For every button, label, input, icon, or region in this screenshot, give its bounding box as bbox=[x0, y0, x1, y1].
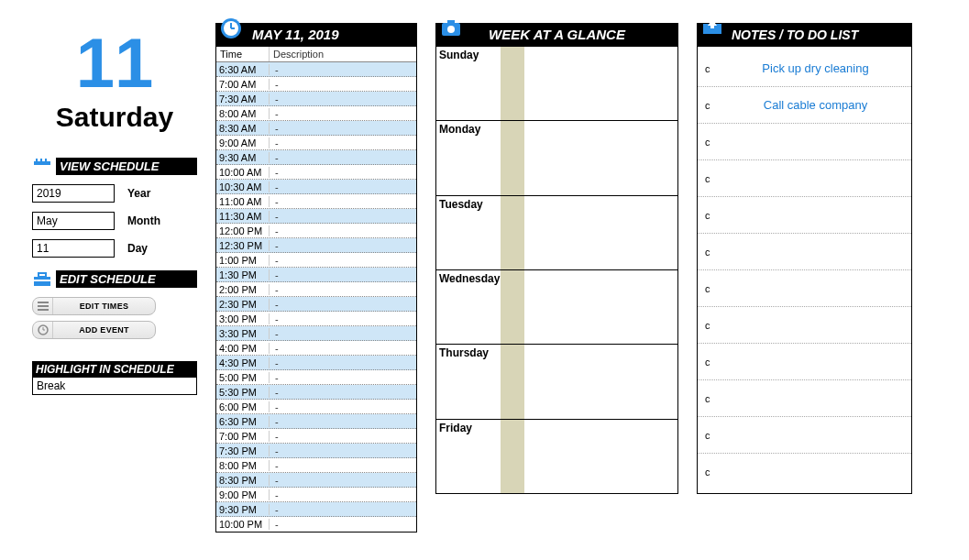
week-day-stripe bbox=[501, 420, 524, 493]
add-event-button[interactable]: ADD EVENT bbox=[32, 321, 156, 339]
schedule-row[interactable]: 5:00 PM- bbox=[216, 370, 416, 385]
week-day-cell[interactable]: Sunday bbox=[436, 47, 677, 120]
note-row[interactable]: c bbox=[698, 307, 911, 344]
schedule-row[interactable]: 7:30 PM- bbox=[216, 444, 416, 458]
schedule-row[interactable]: 9:30 PM- bbox=[216, 502, 416, 517]
svg-rect-10 bbox=[38, 309, 49, 311]
week-day-stripe bbox=[501, 270, 524, 344]
svg-rect-2 bbox=[36, 159, 38, 162]
schedule-row[interactable]: 12:30 PM- bbox=[216, 238, 416, 253]
schedule-row[interactable]: 8:30 PM- bbox=[216, 473, 416, 488]
week-header: WEEK AT A GLANCE bbox=[435, 23, 678, 47]
schedule-row[interactable]: 10:30 AM- bbox=[216, 180, 416, 194]
calendar-icon bbox=[32, 157, 52, 175]
note-row[interactable]: c bbox=[698, 380, 911, 417]
schedule-row[interactable]: 8:00 AM- bbox=[216, 106, 416, 121]
schedule-row[interactable]: 9:00 PM- bbox=[216, 488, 416, 502]
schedule-row[interactable]: 12:00 PM- bbox=[216, 224, 416, 238]
schedule-row[interactable]: 10:00 AM- bbox=[216, 165, 416, 180]
year-input[interactable] bbox=[32, 184, 115, 203]
schedule-desc: - bbox=[270, 519, 416, 530]
note-bullet: c bbox=[705, 357, 727, 368]
note-bullet: c bbox=[705, 430, 727, 441]
week-day-label: Wednesday bbox=[439, 272, 500, 285]
highlight-input[interactable] bbox=[32, 378, 197, 395]
week-day-cell[interactable]: Wednesday bbox=[436, 269, 677, 344]
note-row[interactable]: c bbox=[698, 344, 911, 380]
schedule-time: 9:30 PM bbox=[216, 504, 270, 515]
note-bullet: c bbox=[705, 467, 727, 478]
list-icon bbox=[33, 298, 53, 314]
schedule-desc: - bbox=[270, 328, 416, 339]
schedule-row[interactable]: 2:00 PM- bbox=[216, 282, 416, 297]
schedule-desc: - bbox=[270, 445, 416, 456]
week-day-cell[interactable]: Monday bbox=[436, 120, 677, 194]
schedule-row[interactable]: 6:00 PM- bbox=[216, 400, 416, 414]
inbox-badge-icon bbox=[700, 16, 724, 40]
schedule-row[interactable]: 11:30 AM- bbox=[216, 209, 416, 224]
edit-times-button[interactable]: EDIT TIMES bbox=[32, 297, 156, 315]
schedule-desc: - bbox=[270, 255, 416, 266]
schedule-desc: - bbox=[270, 240, 416, 251]
schedule-row[interactable]: 1:30 PM- bbox=[216, 268, 416, 282]
schedule-time: 2:30 PM bbox=[216, 299, 270, 310]
schedule-row[interactable]: 9:00 AM- bbox=[216, 136, 416, 150]
schedule-desc: - bbox=[270, 152, 416, 163]
svg-rect-9 bbox=[38, 305, 49, 307]
schedule-row[interactable]: 2:30 PM- bbox=[216, 297, 416, 312]
camera-badge-icon bbox=[439, 16, 463, 40]
schedule-time: 10:30 AM bbox=[216, 181, 270, 192]
svg-rect-3 bbox=[40, 159, 42, 162]
schedule-desc: - bbox=[270, 196, 416, 207]
note-row[interactable]: c bbox=[698, 417, 911, 454]
schedule-row[interactable]: 11:00 AM- bbox=[216, 194, 416, 209]
schedule-desc: - bbox=[270, 504, 416, 515]
note-row[interactable]: cPick up dry cleaning bbox=[698, 50, 911, 87]
schedule-row[interactable]: 6:30 AM- bbox=[216, 62, 416, 77]
note-text: Call cable company bbox=[727, 98, 904, 112]
schedule-time: 6:30 AM bbox=[216, 64, 270, 75]
note-row[interactable]: cCall cable company bbox=[698, 87, 911, 124]
note-row[interactable]: c bbox=[698, 270, 911, 307]
notes-header: NOTES / TO DO LIST bbox=[697, 23, 912, 47]
note-row[interactable]: c bbox=[698, 197, 911, 234]
schedule-time: 7:00 PM bbox=[216, 431, 270, 442]
date-number: 11 bbox=[32, 28, 197, 98]
week-day-cell[interactable]: Tuesday bbox=[436, 195, 677, 269]
week-day-cell[interactable]: Thursday bbox=[436, 344, 677, 418]
schedule-row[interactable]: 7:30 AM- bbox=[216, 92, 416, 106]
note-bullet: c bbox=[705, 283, 727, 294]
note-row[interactable]: c bbox=[698, 124, 911, 160]
note-row[interactable]: c bbox=[698, 234, 911, 270]
schedule-row[interactable]: 3:00 PM- bbox=[216, 312, 416, 326]
schedule-row[interactable]: 8:30 AM- bbox=[216, 121, 416, 136]
schedule-row[interactable]: 7:00 PM- bbox=[216, 429, 416, 444]
note-row[interactable]: c bbox=[698, 454, 911, 490]
schedule-time: 12:00 PM bbox=[216, 225, 270, 236]
schedule-row[interactable]: 1:00 PM- bbox=[216, 253, 416, 268]
schedule-desc: - bbox=[270, 313, 416, 324]
week-day-cell[interactable]: Friday bbox=[436, 419, 677, 493]
day-input[interactable] bbox=[32, 239, 115, 258]
note-bullet: c bbox=[705, 247, 727, 258]
week-day-label: Sunday bbox=[439, 49, 479, 61]
schedule-row[interactable]: 10:00 PM- bbox=[216, 517, 416, 532]
schedule-table-header: Time Description bbox=[216, 47, 416, 62]
schedule-row[interactable]: 5:30 PM- bbox=[216, 385, 416, 400]
schedule-desc: - bbox=[270, 93, 416, 104]
schedule-row[interactable]: 7:00 AM- bbox=[216, 77, 416, 92]
schedule-time: 11:00 AM bbox=[216, 196, 270, 207]
edit-schedule-header: EDIT SCHEDULE bbox=[32, 270, 197, 288]
highlight-header: HIGHLIGHT IN SCHEDULE bbox=[32, 361, 197, 378]
schedule-time: 1:00 PM bbox=[216, 255, 270, 266]
schedule-row[interactable]: 4:00 PM- bbox=[216, 341, 416, 356]
svg-rect-23 bbox=[710, 24, 714, 28]
schedule-row[interactable]: 3:30 PM- bbox=[216, 326, 416, 341]
month-input[interactable] bbox=[32, 212, 115, 230]
note-row[interactable]: c bbox=[698, 160, 911, 197]
note-bullet: c bbox=[705, 320, 727, 331]
schedule-row[interactable]: 4:30 PM- bbox=[216, 356, 416, 370]
schedule-row[interactable]: 8:00 PM- bbox=[216, 458, 416, 473]
schedule-row[interactable]: 6:30 PM- bbox=[216, 414, 416, 429]
schedule-row[interactable]: 9:30 AM- bbox=[216, 150, 416, 165]
